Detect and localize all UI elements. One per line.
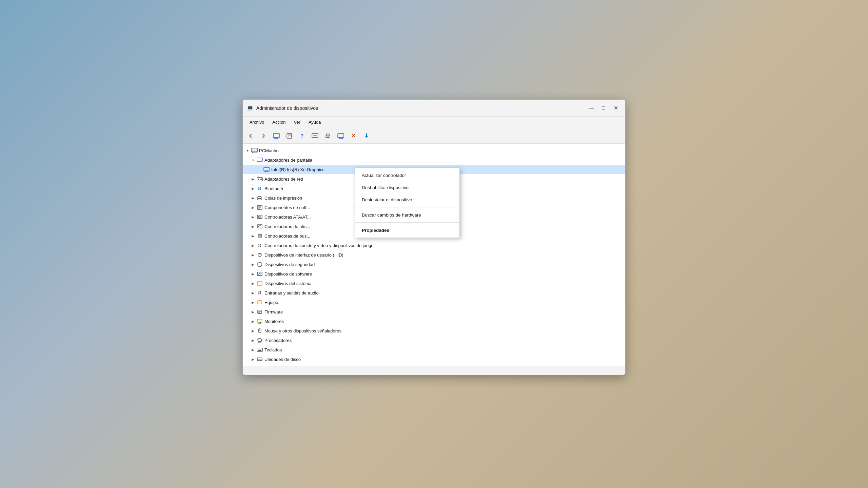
context-menu: Actualizar controlador Deshabilitar disp… [355, 167, 460, 238]
minimize-button[interactable]: — [586, 103, 597, 114]
adaptadores-red-icon [256, 176, 263, 182]
ctx-sep-2 [355, 222, 459, 223]
software-expand-icon[interactable]: ▶ [250, 270, 256, 277]
svg-rect-79 [259, 349, 260, 349]
sistema-icon [256, 280, 263, 287]
update-button[interactable]: ⬇ [361, 130, 372, 142]
menu-ver[interactable]: Ver [290, 118, 304, 126]
tree-root[interactable]: ▾ PCManhu [243, 146, 625, 155]
tree-item-unidades-disco[interactable]: ▶ Unidades de disco [243, 354, 625, 364]
ctrl-ata-expand-icon[interactable]: ▶ [250, 214, 256, 220]
svg-rect-57 [258, 310, 262, 313]
remove-button[interactable]: ✕ [348, 130, 359, 142]
tree-item-monitores[interactable]: ▶ Monitores [243, 317, 625, 326]
disco-expand-icon[interactable]: ▶ [250, 356, 256, 363]
svg-point-55 [259, 291, 261, 293]
print-button[interactable] [322, 130, 334, 142]
intel-iris-label: Intel(R) Iris(R) Xe Graphics [271, 167, 324, 172]
ctrl-alm-expand-icon[interactable]: ▶ [250, 223, 256, 230]
monitores-label: Monitores [264, 319, 284, 324]
tree-item-dispositivos-software[interactable]: ▶ Dispositivos de software [243, 269, 625, 279]
mouse-label: Mouse y otros dispositivos señaladores [264, 328, 341, 333]
ctrl-sonido-icon [256, 242, 263, 249]
svg-rect-20 [257, 158, 262, 161]
teclados-label: Teclados [264, 347, 282, 352]
root-icon [251, 147, 258, 154]
proc-expand-icon[interactable]: ▶ [250, 337, 256, 344]
mouse-expand-icon[interactable]: ▶ [250, 327, 256, 334]
menu-accion[interactable]: Acción [268, 118, 290, 126]
proc-icon [256, 337, 263, 344]
teclados-expand-icon[interactable]: ▶ [250, 346, 256, 353]
svg-rect-0 [273, 134, 279, 138]
adaptadores-pantalla-expand-icon[interactable]: ▾ [250, 157, 256, 163]
tree-item-entradas-audio[interactable]: ▶ Entradas y salidas de audio [243, 288, 625, 298]
hid-icon [256, 251, 263, 258]
tree-item-dispositivos-sistema[interactable]: ▶ Dispositivos del sistema [243, 279, 625, 288]
status-bar [243, 366, 625, 375]
ctx-desinstalar[interactable]: Desinstalar el dispositivo [355, 194, 459, 206]
forward-button[interactable] [258, 130, 269, 142]
ctrl-bus-label: Controladoras de bus... [264, 233, 310, 239]
audio-expand-icon[interactable]: ▶ [250, 289, 256, 296]
menu-ayuda[interactable]: Ayuda [304, 118, 325, 126]
ctrl-ata-icon [256, 214, 263, 220]
computer-button[interactable] [271, 130, 282, 142]
menu-archivo[interactable]: Archivo [245, 118, 268, 126]
back-button[interactable] [245, 130, 256, 142]
ctrl-bus-expand-icon[interactable]: ▶ [250, 232, 256, 239]
colas-label: Colas de impresión [264, 196, 302, 201]
maximize-button[interactable]: □ [598, 103, 609, 114]
software-icon [256, 270, 263, 277]
tree-item-teclados[interactable]: ▶ Teclados [243, 345, 625, 354]
title-bar-left: 💻 Administrador de dispositivos [247, 105, 586, 111]
adaptadores-red-expand-icon[interactable]: ▶ [250, 176, 256, 182]
svg-rect-32 [260, 179, 262, 180]
tree-item-adaptadores-pantalla[interactable]: ▾ Adaptadores de pantalla [243, 155, 625, 165]
tree-item-mouse[interactable]: ▶ Mouse y otros dispositivos señaladores [243, 326, 625, 336]
bluetooth-icon: Ƀ [256, 185, 263, 192]
window-title: Administrador de dispositivos [256, 105, 318, 111]
svg-rect-78 [258, 349, 258, 349]
svg-rect-8 [312, 134, 318, 138]
tree-item-equipo[interactable]: ▶ Equipo [243, 298, 625, 307]
hid-expand-icon[interactable]: ▶ [250, 251, 256, 258]
firmware-expand-icon[interactable]: ▶ [250, 308, 256, 315]
svg-rect-81 [258, 350, 261, 351]
seguridad-icon [256, 261, 263, 268]
adaptadores-pantalla-label: Adaptadores de pantalla [264, 158, 312, 163]
equipo-expand-icon[interactable]: ▶ [250, 299, 256, 306]
ctrl-bus-icon [256, 232, 263, 239]
properties-button[interactable] [283, 130, 295, 142]
svg-rect-12 [338, 134, 344, 138]
tree-item-procesadores[interactable]: ▶ Procesadores [243, 336, 625, 345]
monitores-expand-icon[interactable]: ▶ [250, 318, 256, 325]
tree-item-firmware[interactable]: ▶ Firmware [243, 307, 625, 317]
monitor-button[interactable] [335, 130, 347, 142]
window-icon: 💻 [247, 105, 254, 111]
ctx-propiedades[interactable]: Propiedades [355, 224, 459, 236]
ctrl-sonido-label: Controladoras de sonido y vídeo y dispos… [264, 243, 374, 248]
root-expand-icon[interactable]: ▾ [244, 147, 251, 154]
svg-rect-66 [258, 339, 261, 342]
tree-item-dispositivos-seguridad[interactable]: ▶ Dispositivos de seguridad [243, 260, 625, 269]
seguridad-expand-icon[interactable]: ▶ [250, 261, 256, 268]
componentes-expand-icon[interactable]: ▶ [250, 204, 256, 211]
close-button[interactable]: ✕ [610, 103, 621, 114]
sistema-expand-icon[interactable]: ▶ [250, 280, 256, 287]
ctrl-sonido-expand-icon[interactable]: ▶ [250, 242, 256, 249]
ctx-deshabilitar[interactable]: Deshabilitar dispositivo [355, 181, 459, 194]
ctx-buscar[interactable]: Buscar cambios de hardware [355, 209, 459, 221]
svg-rect-11 [327, 137, 329, 138]
svg-rect-80 [260, 349, 261, 349]
sistema-label: Dispositivos del sistema [264, 281, 312, 286]
tree-item-controladoras-sonido[interactable]: ▶ Controladoras de sonido y vídeo y disp… [243, 241, 625, 250]
bluetooth-expand-icon[interactable]: ▶ [250, 185, 256, 192]
scan-button[interactable] [309, 130, 321, 142]
colas-expand-icon[interactable]: ▶ [250, 195, 256, 201]
tree-item-dispositivos-hid[interactable]: ▶ Dispositivos de interfaz de usuario (H… [243, 250, 625, 260]
svg-rect-54 [257, 281, 262, 285]
ctx-actualizar[interactable]: Actualizar controlador [355, 169, 459, 181]
colas-icon [256, 195, 263, 201]
help-button[interactable]: ? [296, 130, 308, 142]
